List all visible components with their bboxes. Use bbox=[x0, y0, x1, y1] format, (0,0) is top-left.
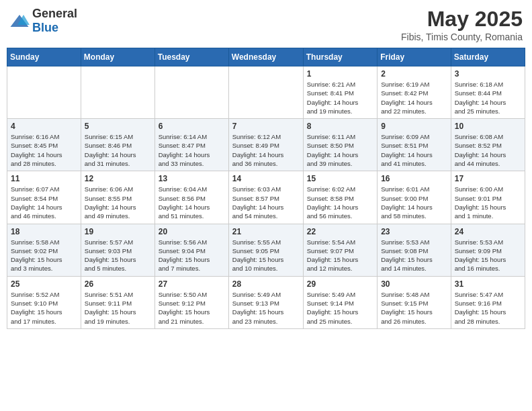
day-info: Sunrise: 6:08 AMSunset: 8:52 PMDaylight:… bbox=[455, 132, 521, 168]
day-info: Sunrise: 6:16 AMSunset: 8:45 PMDaylight:… bbox=[11, 132, 77, 168]
empty-cell bbox=[81, 66, 154, 119]
day-info: Sunrise: 6:00 AMSunset: 9:01 PMDaylight:… bbox=[455, 185, 521, 220]
day-info: Sunrise: 6:18 AMSunset: 8:44 PMDaylight:… bbox=[455, 80, 521, 116]
day-number: 22 bbox=[307, 227, 373, 236]
day-number: 9 bbox=[381, 122, 447, 131]
day-info: Sunrise: 6:06 AMSunset: 8:55 PMDaylight:… bbox=[85, 185, 151, 220]
day-cell-30: 30Sunrise: 5:48 AMSunset: 9:15 PMDayligh… bbox=[378, 276, 451, 328]
weekday-header-monday: Monday bbox=[81, 48, 154, 66]
day-cell-5: 5Sunrise: 6:15 AMSunset: 8:46 PMDaylight… bbox=[81, 119, 154, 171]
day-cell-31: 31Sunrise: 5:47 AMSunset: 9:16 PMDayligh… bbox=[451, 276, 525, 328]
day-info: Sunrise: 6:02 AMSunset: 8:58 PMDaylight:… bbox=[307, 185, 373, 220]
page-header: General Blue May 2025 Fibis, Timis Count… bbox=[7, 7, 525, 42]
weekday-header-tuesday: Tuesday bbox=[154, 48, 228, 66]
day-cell-10: 10Sunrise: 6:08 AMSunset: 8:52 PMDayligh… bbox=[451, 119, 525, 171]
day-number: 29 bbox=[307, 279, 373, 289]
day-number: 13 bbox=[159, 174, 225, 183]
day-info: Sunrise: 5:49 AMSunset: 9:14 PMDaylight:… bbox=[307, 290, 373, 326]
day-number: 11 bbox=[11, 174, 77, 183]
day-number: 20 bbox=[159, 227, 225, 236]
day-info: Sunrise: 6:12 AMSunset: 8:49 PMDaylight:… bbox=[232, 132, 300, 168]
day-cell-4: 4Sunrise: 6:16 AMSunset: 8:45 PMDaylight… bbox=[7, 119, 81, 171]
logo-general: General bbox=[32, 7, 77, 20]
logo-icon bbox=[9, 13, 30, 29]
day-cell-27: 27Sunrise: 5:50 AMSunset: 9:12 PMDayligh… bbox=[154, 276, 228, 328]
day-number: 30 bbox=[381, 279, 447, 289]
day-cell-3: 3Sunrise: 6:18 AMSunset: 8:44 PMDaylight… bbox=[451, 66, 525, 119]
day-cell-13: 13Sunrise: 6:04 AMSunset: 8:56 PMDayligh… bbox=[154, 171, 228, 224]
empty-cell bbox=[7, 66, 81, 119]
day-number: 12 bbox=[85, 174, 151, 183]
day-info: Sunrise: 6:01 AMSunset: 9:00 PMDaylight:… bbox=[381, 185, 447, 220]
day-number: 26 bbox=[85, 279, 151, 289]
day-cell-18: 18Sunrise: 5:58 AMSunset: 9:02 PMDayligh… bbox=[7, 224, 81, 276]
day-number: 3 bbox=[455, 69, 521, 79]
day-cell-25: 25Sunrise: 5:52 AMSunset: 9:10 PMDayligh… bbox=[7, 276, 81, 328]
day-cell-29: 29Sunrise: 5:49 AMSunset: 9:14 PMDayligh… bbox=[303, 276, 377, 328]
month-title: May 2025 bbox=[401, 7, 523, 32]
day-info: Sunrise: 5:54 AMSunset: 9:07 PMDaylight:… bbox=[307, 238, 373, 273]
day-cell-23: 23Sunrise: 5:53 AMSunset: 9:08 PMDayligh… bbox=[378, 224, 451, 276]
day-info: Sunrise: 6:04 AMSunset: 8:56 PMDaylight:… bbox=[159, 185, 225, 220]
title-block: May 2025 Fibis, Timis County, Romania bbox=[401, 7, 523, 42]
weekday-header-thursday: Thursday bbox=[303, 48, 377, 66]
day-cell-24: 24Sunrise: 5:53 AMSunset: 9:09 PMDayligh… bbox=[451, 224, 525, 276]
day-info: Sunrise: 6:07 AMSunset: 8:54 PMDaylight:… bbox=[11, 185, 77, 220]
day-info: Sunrise: 6:14 AMSunset: 8:47 PMDaylight:… bbox=[159, 132, 225, 168]
week-row-4: 18Sunrise: 5:58 AMSunset: 9:02 PMDayligh… bbox=[7, 224, 525, 276]
day-info: Sunrise: 6:09 AMSunset: 8:51 PMDaylight:… bbox=[381, 132, 447, 168]
day-number: 25 bbox=[11, 279, 77, 289]
day-cell-2: 2Sunrise: 6:19 AMSunset: 8:42 PMDaylight… bbox=[378, 66, 451, 119]
weekday-header-row: SundayMondayTuesdayWednesdayThursdayFrid… bbox=[7, 48, 525, 66]
weekday-header-saturday: Saturday bbox=[451, 48, 525, 66]
day-number: 6 bbox=[159, 122, 225, 131]
day-cell-28: 28Sunrise: 5:49 AMSunset: 9:13 PMDayligh… bbox=[228, 276, 303, 328]
day-number: 23 bbox=[381, 227, 447, 236]
day-info: Sunrise: 6:21 AMSunset: 8:41 PMDaylight:… bbox=[307, 80, 373, 116]
day-number: 19 bbox=[85, 227, 151, 236]
day-cell-1: 1Sunrise: 6:21 AMSunset: 8:41 PMDaylight… bbox=[303, 66, 377, 119]
day-cell-20: 20Sunrise: 5:56 AMSunset: 9:04 PMDayligh… bbox=[154, 224, 228, 276]
day-number: 31 bbox=[455, 279, 521, 289]
day-number: 8 bbox=[307, 122, 373, 131]
day-number: 17 bbox=[455, 174, 521, 183]
day-cell-12: 12Sunrise: 6:06 AMSunset: 8:55 PMDayligh… bbox=[81, 171, 154, 224]
day-info: Sunrise: 6:19 AMSunset: 8:42 PMDaylight:… bbox=[381, 80, 447, 116]
day-info: Sunrise: 5:52 AMSunset: 9:10 PMDaylight:… bbox=[11, 290, 77, 326]
day-number: 16 bbox=[381, 174, 447, 183]
location-subtitle: Fibis, Timis County, Romania bbox=[401, 32, 523, 42]
day-cell-6: 6Sunrise: 6:14 AMSunset: 8:47 PMDaylight… bbox=[154, 119, 228, 171]
logo-text: General Blue bbox=[32, 7, 77, 35]
weekday-header-sunday: Sunday bbox=[7, 48, 81, 66]
day-cell-26: 26Sunrise: 5:51 AMSunset: 9:11 PMDayligh… bbox=[81, 276, 154, 328]
day-number: 27 bbox=[159, 279, 225, 289]
day-info: Sunrise: 5:51 AMSunset: 9:11 PMDaylight:… bbox=[85, 290, 151, 326]
day-cell-21: 21Sunrise: 5:55 AMSunset: 9:05 PMDayligh… bbox=[228, 224, 303, 276]
day-cell-16: 16Sunrise: 6:01 AMSunset: 9:00 PMDayligh… bbox=[378, 171, 451, 224]
logo: General Blue bbox=[9, 7, 77, 35]
day-cell-7: 7Sunrise: 6:12 AMSunset: 8:49 PMDaylight… bbox=[228, 119, 303, 171]
day-cell-22: 22Sunrise: 5:54 AMSunset: 9:07 PMDayligh… bbox=[303, 224, 377, 276]
empty-cell bbox=[154, 66, 228, 119]
day-number: 18 bbox=[11, 227, 77, 236]
weekday-header-wednesday: Wednesday bbox=[228, 48, 303, 66]
day-info: Sunrise: 5:58 AMSunset: 9:02 PMDaylight:… bbox=[11, 238, 77, 273]
day-cell-9: 9Sunrise: 6:09 AMSunset: 8:51 PMDaylight… bbox=[378, 119, 451, 171]
day-cell-19: 19Sunrise: 5:57 AMSunset: 9:03 PMDayligh… bbox=[81, 224, 154, 276]
day-cell-15: 15Sunrise: 6:02 AMSunset: 8:58 PMDayligh… bbox=[303, 171, 377, 224]
week-row-3: 11Sunrise: 6:07 AMSunset: 8:54 PMDayligh… bbox=[7, 171, 525, 224]
day-info: Sunrise: 5:57 AMSunset: 9:03 PMDaylight:… bbox=[85, 238, 151, 273]
day-number: 1 bbox=[307, 69, 373, 79]
day-number: 7 bbox=[232, 122, 300, 131]
day-number: 24 bbox=[455, 227, 521, 236]
day-info: Sunrise: 6:11 AMSunset: 8:50 PMDaylight:… bbox=[307, 132, 373, 168]
day-info: Sunrise: 5:47 AMSunset: 9:16 PMDaylight:… bbox=[455, 290, 521, 326]
logo-blue: Blue bbox=[32, 21, 58, 34]
week-row-5: 25Sunrise: 5:52 AMSunset: 9:10 PMDayligh… bbox=[7, 276, 525, 328]
day-info: Sunrise: 5:49 AMSunset: 9:13 PMDaylight:… bbox=[232, 290, 300, 326]
week-row-1: 1Sunrise: 6:21 AMSunset: 8:41 PMDaylight… bbox=[7, 66, 525, 119]
day-number: 10 bbox=[455, 122, 521, 131]
day-cell-17: 17Sunrise: 6:00 AMSunset: 9:01 PMDayligh… bbox=[451, 171, 525, 224]
day-cell-8: 8Sunrise: 6:11 AMSunset: 8:50 PMDaylight… bbox=[303, 119, 377, 171]
empty-cell bbox=[228, 66, 303, 119]
